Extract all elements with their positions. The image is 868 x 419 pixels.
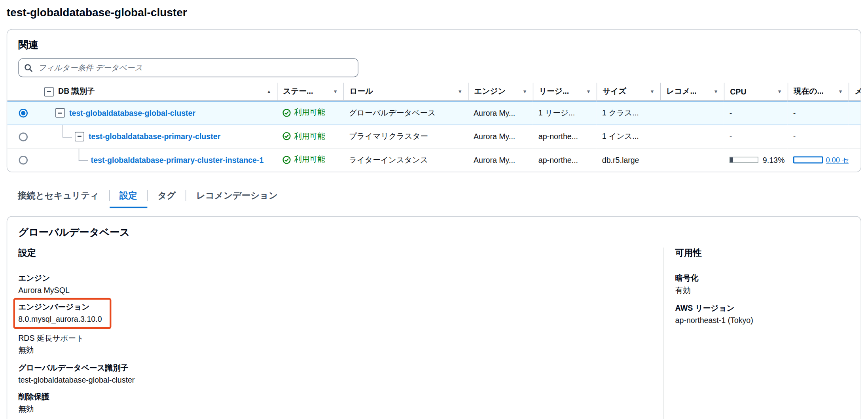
field-label: エンジン — [18, 274, 663, 283]
tab-tags[interactable]: タグ — [148, 187, 186, 208]
cell-recommendation — [660, 125, 724, 149]
field-label: 削除保護 — [18, 392, 663, 402]
header-label: リージ... — [539, 87, 569, 96]
cell-cpu: 9.13% — [724, 149, 788, 172]
filter-caret-icon[interactable]: ▼ — [522, 89, 527, 94]
filter-caret-icon[interactable]: ▼ — [838, 89, 843, 94]
viewport: test-globaldatabase-global-cluster 関連 — [0, 0, 868, 419]
db-table: DB 識別子 ▲ ステー... ▼ ロール ▼ — [7, 83, 860, 172]
cpu-bar-fill — [730, 158, 732, 163]
cell-size: 1 クラス... — [597, 101, 660, 125]
collapse-all-icon[interactable] — [44, 87, 54, 96]
field-label: グローバルデータベース識別子 — [18, 363, 663, 373]
field-value: 8.0.mysql_aurora.3.10.0 — [18, 314, 102, 323]
field-label: AWS リージョン — [675, 303, 850, 313]
cell-region: 1 リージ... — [533, 101, 597, 125]
field-value: ap-northeast-1 (Tokyo) — [675, 315, 850, 324]
current-activity-link[interactable]: 0.00 セ — [826, 155, 848, 165]
db-identifier-link[interactable]: test-globaldatabase-global-cluster — [69, 109, 195, 117]
field-value: 有効 — [675, 285, 850, 295]
availability-column: 可用性 暗号化 有効 AWS リージョン ap-northeast-1 (Tok… — [663, 247, 849, 419]
table-row-global-cluster[interactable]: test-globaldatabase-global-cluster 利用可能 — [7, 101, 860, 125]
table-row-writer-instance[interactable]: test-globaldatabase-primary-cluster-inst… — [7, 149, 860, 172]
tree-connector — [63, 125, 72, 138]
filter-caret-icon[interactable]: ▼ — [458, 89, 462, 94]
filter-caret-icon[interactable]: ▼ — [777, 89, 782, 94]
cell-current: - — [788, 101, 849, 125]
field-global-db-identifier: グローバルデータベース識別子 test-globaldatabase-globa… — [18, 363, 663, 384]
header-label: メ — [855, 87, 860, 96]
header-label: ステー... — [283, 87, 313, 96]
header-engine[interactable]: エンジン ▼ — [468, 83, 533, 101]
filter-caret-icon[interactable]: ▼ — [586, 89, 591, 94]
row-radio[interactable] — [19, 132, 27, 141]
tab-label: 設定 — [119, 190, 137, 200]
cell-role: グローバルデータベース — [343, 101, 468, 125]
field-label: RDS 延長サポート — [18, 333, 663, 343]
cell-status: 利用可能 — [277, 125, 343, 149]
header-maintenance[interactable]: メ — [849, 83, 861, 101]
status-badge: 利用可能 — [282, 155, 325, 164]
db-identifier-link[interactable]: test-globaldatabase-primary-cluster-inst… — [91, 156, 264, 164]
header-status[interactable]: ステー... ▼ — [277, 83, 343, 101]
related-panel: 関連 — [7, 29, 861, 172]
header-role[interactable]: ロール ▼ — [343, 83, 468, 101]
collapse-row-icon[interactable] — [55, 108, 65, 118]
header-select-column — [7, 83, 39, 101]
header-db-identifier[interactable]: DB 識別子 ▲ — [39, 83, 277, 101]
tab-recommendations[interactable]: レコメンデーション — [186, 187, 288, 208]
field-value: 無効 — [18, 345, 663, 355]
cell-current: - — [788, 125, 849, 149]
details-heading: グローバルデータベース — [18, 225, 849, 239]
cell-engine: Aurora My... — [468, 101, 533, 125]
tab-label: レコメンデーション — [196, 190, 278, 200]
cell-current: 0.00 セ — [788, 149, 849, 172]
tab-label: タグ — [157, 190, 176, 200]
header-cpu[interactable]: CPU ▼ — [724, 83, 788, 101]
field-rds-extended-support: RDS 延長サポート 無効 — [18, 333, 663, 355]
field-value: Aurora MySQL — [18, 285, 663, 294]
cell-maintenance — [849, 149, 861, 172]
row-radio[interactable] — [19, 109, 27, 118]
sort-ascending-icon[interactable]: ▲ — [267, 89, 271, 94]
settings-heading: 設定 — [18, 247, 663, 259]
header-label: レコメ... — [666, 87, 697, 96]
field-value: 無効 — [18, 404, 663, 414]
status-badge: 利用可能 — [282, 108, 325, 117]
field-deletion-protection: 削除保護 無効 — [18, 392, 663, 414]
header-label: DB 識別子 — [58, 87, 95, 96]
table-row-primary-cluster[interactable]: test-globaldatabase-primary-cluster 利用可能 — [7, 125, 860, 149]
tab-connectivity-security[interactable]: 接続とセキュリティ — [8, 187, 109, 208]
collapse-row-icon[interactable] — [75, 132, 84, 141]
settings-column: 設定 エンジン Aurora MySQL エンジンバージョン 8.0.mysql… — [18, 247, 663, 419]
cell-maintenance — [849, 101, 861, 125]
current-activity-bar — [793, 157, 823, 164]
row-radio[interactable] — [19, 156, 27, 165]
tab-configuration[interactable]: 設定 — [110, 187, 147, 208]
field-label: エンジンバージョン — [18, 302, 102, 312]
filter-input[interactable] — [37, 63, 353, 73]
status-ok-icon — [282, 108, 291, 117]
filter-caret-icon[interactable]: ▼ — [713, 89, 718, 94]
filter-caret-icon[interactable]: ▼ — [650, 89, 654, 94]
cell-maintenance — [849, 125, 861, 149]
availability-heading: 可用性 — [675, 247, 850, 259]
status-ok-icon — [282, 132, 291, 140]
filter-input-wrapper — [18, 59, 358, 77]
cell-role: ライターインスタンス — [343, 149, 468, 172]
db-identifier-link[interactable]: test-globaldatabase-primary-cluster — [89, 132, 220, 141]
header-current-activity[interactable]: 現在の... ▼ — [788, 83, 849, 101]
related-heading: 関連 — [18, 38, 849, 52]
cell-role: プライマリクラスター — [343, 125, 468, 149]
header-region[interactable]: リージ... ▼ — [533, 83, 597, 101]
header-recommendation[interactable]: レコメ... ▼ — [660, 83, 724, 101]
header-size[interactable]: サイズ ▼ — [597, 83, 660, 101]
header-label: ロール — [349, 87, 373, 96]
page-title: test-globaldatabase-global-cluster — [7, 6, 868, 19]
field-aws-region: AWS リージョン ap-northeast-1 (Tokyo) — [675, 303, 850, 324]
cell-cpu: - — [724, 101, 788, 125]
cell-cpu: - — [724, 125, 788, 149]
cell-status: 利用可能 — [277, 101, 343, 125]
filter-caret-icon[interactable]: ▼ — [333, 89, 338, 94]
status-badge: 利用可能 — [282, 131, 325, 141]
